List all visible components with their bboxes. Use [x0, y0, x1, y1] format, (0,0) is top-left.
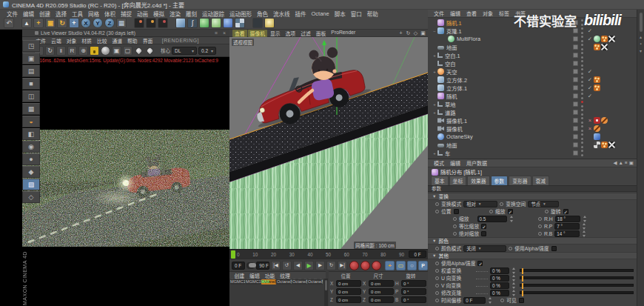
palette-icon[interactable]: ▣	[22, 53, 40, 64]
toolbar-icon[interactable]	[128, 18, 133, 28]
anim-ring-icon[interactable]	[538, 232, 542, 236]
anim-ring-icon[interactable]	[453, 232, 457, 236]
other-alpha-checkbox[interactable]	[477, 261, 483, 266]
attribute-header-icon[interactable]: ▣	[629, 160, 634, 166]
layer-chip[interactable]	[573, 118, 578, 123]
anim-ring-icon[interactable]	[435, 291, 439, 295]
anim-ring-icon[interactable]	[435, 262, 439, 265]
live-viewer-tool-icon[interactable]: ‖	[56, 46, 66, 56]
rp-field[interactable]: 7 °	[554, 223, 580, 230]
coord-field[interactable]: 0 cm	[369, 296, 394, 303]
percent-field[interactable]: 0 %	[490, 282, 509, 289]
viewport-canvas[interactable]	[229, 37, 428, 249]
anim-ring-icon[interactable]	[435, 210, 439, 213]
coord-field[interactable]: 0 °	[401, 288, 426, 295]
layer-chip[interactable]	[573, 126, 578, 131]
menu-item[interactable]: 雕刻	[184, 10, 199, 18]
layer-chip[interactable]	[573, 77, 578, 82]
enable-toggle[interactable]: ✓	[586, 76, 594, 83]
coord-field[interactable]: 0 °	[401, 280, 426, 287]
anim-ring-icon[interactable]	[453, 224, 457, 228]
expander-icon[interactable]: +	[432, 151, 437, 156]
viewport-nav-icon[interactable]: +	[398, 30, 404, 36]
percent-field[interactable]: 0 %	[490, 267, 509, 274]
transport-button[interactable]: ↻	[326, 261, 336, 270]
object-name[interactable]: OctaneSky	[446, 133, 573, 140]
object-row[interactable]: + 道路	[428, 108, 637, 116]
toolbar-icon[interactable]	[264, 18, 275, 28]
toolbar-icon[interactable]: Z	[104, 18, 115, 28]
toolbar-icon[interactable]	[170, 18, 174, 28]
toolbar-icon[interactable]	[175, 18, 186, 28]
material-label[interactable]: Octane材质	[292, 279, 307, 285]
transport-button[interactable]: ↺	[282, 261, 292, 270]
viewport-nav-icon[interactable]: ▣	[420, 30, 426, 36]
layer-chip[interactable]	[573, 69, 578, 74]
kernel-step-field[interactable]: 0.2	[198, 47, 216, 55]
material-label[interactable]: Octane材质	[308, 279, 323, 285]
live-viewer-tool-icon[interactable]	[134, 46, 144, 56]
anim-ring-icon[interactable]	[500, 202, 503, 206]
palette-icon[interactable]: ▦	[22, 103, 40, 115]
layer-chip[interactable]	[573, 28, 578, 33]
menu-item[interactable]: 模拟	[151, 10, 167, 18]
toolbar-icon[interactable]: ▦	[116, 18, 127, 28]
toolbar-icon[interactable]	[223, 18, 233, 28]
layer-chip[interactable]	[573, 36, 578, 41]
tag-icon[interactable]	[594, 76, 600, 83]
object-name[interactable]: 摄像机	[446, 125, 573, 133]
rh-field[interactable]: 18 °	[555, 216, 580, 222]
tag-icon[interactable]	[594, 36, 600, 42]
tag-icon[interactable]	[601, 44, 608, 50]
section-color[interactable]: ▼颜色	[428, 237, 637, 245]
visibility-dots[interactable]	[580, 52, 584, 59]
transform-mode-dropdown[interactable]: 相对	[463, 201, 497, 207]
material-swatch[interactable]: MGMC1	[230, 279, 245, 285]
toolbar-icon[interactable]	[16, 18, 20, 28]
anim-ring-icon[interactable]	[435, 299, 439, 302]
live-viewer-canvas[interactable]	[22, 64, 229, 306]
anim-ring-icon[interactable]	[435, 284, 439, 287]
rb-field[interactable]: 14 °	[554, 230, 580, 237]
layer-chip[interactable]	[573, 61, 578, 66]
live-viewer-titlebar[interactable]: Live Viewer Studio V4.04-R2 (30 days lef…	[22, 30, 229, 37]
menu-item[interactable]: 脚本	[332, 10, 348, 18]
visible-checkbox[interactable]	[519, 298, 524, 303]
toolbar-icon[interactable]: +	[69, 18, 79, 28]
menu-item[interactable]: 编辑	[21, 10, 36, 18]
color-mode-dropdown[interactable]: 关闭	[463, 245, 506, 252]
attribute-tab[interactable]: 坐标	[449, 176, 467, 185]
tag-icon[interactable]	[601, 142, 608, 148]
layer-chip[interactable]	[573, 44, 578, 50]
attribute-tab[interactable]: 基本	[431, 176, 449, 185]
slider-track[interactable]	[520, 284, 634, 287]
live-viewer-tool-icon[interactable]: R	[67, 46, 77, 56]
palette-icon[interactable]: ◆	[22, 166, 40, 178]
visibility-dots[interactable]	[580, 109, 584, 116]
object-name[interactable]: 地面	[446, 44, 573, 51]
current-frame-field[interactable]: 0 F	[409, 250, 426, 258]
toolbar-icon[interactable]: +	[33, 18, 44, 28]
range-slider[interactable]	[246, 262, 255, 269]
expander-icon[interactable]: −	[432, 29, 437, 33]
object-name[interactable]: 随机	[446, 93, 573, 100]
tag-icon[interactable]	[594, 117, 600, 124]
visibility-dots[interactable]	[580, 101, 584, 107]
stepper-icon[interactable]	[511, 267, 516, 274]
expander-icon[interactable]: +	[432, 102, 437, 107]
layer-chip[interactable]	[573, 150, 578, 156]
object-row[interactable]: 随机.1 ✓	[428, 19, 637, 27]
object-name[interactable]: 草地	[445, 101, 573, 108]
scrollbar-thumb[interactable]	[640, 13, 643, 32]
live-viewer-menu-item[interactable]: 通道	[110, 37, 124, 44]
record-button[interactable]	[360, 261, 370, 270]
menu-item[interactable]: 选择	[53, 10, 69, 18]
range-end-field[interactable]: 90 F	[256, 262, 269, 270]
edge-icon[interactable]: ▪	[640, 41, 641, 46]
attribute-header-icon[interactable]: ◀	[614, 160, 617, 166]
section-transform[interactable]: ▼变换	[428, 193, 637, 200]
visibility-dots[interactable]	[580, 150, 584, 156]
attribute-tab[interactable]: 变形器	[509, 176, 531, 185]
enable-toggle[interactable]: ✓	[586, 27, 594, 34]
layer-chip[interactable]	[573, 110, 578, 115]
